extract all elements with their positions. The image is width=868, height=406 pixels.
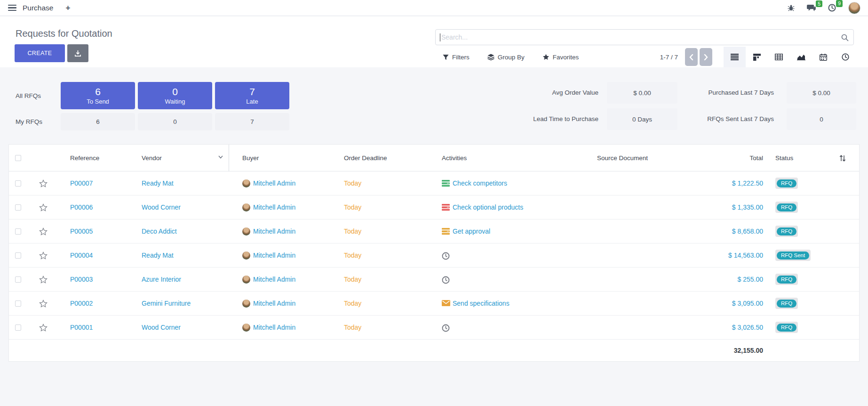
rfq-reference-link[interactable]: P00002 <box>53 300 124 307</box>
buyer-link[interactable]: Mitchell Admin <box>253 324 295 331</box>
list-view-icon <box>731 54 739 60</box>
rfq-reference-link[interactable]: P00004 <box>53 252 124 259</box>
activity-envelope-icon[interactable] <box>442 300 450 307</box>
column-header-source-document[interactable]: Source Document <box>577 154 690 162</box>
vendor-link[interactable]: Gemini Furniture <box>124 300 229 307</box>
column-header-vendor[interactable]: Vendor <box>124 145 229 171</box>
list-footer-row: 32,155.00 <box>9 340 859 361</box>
status-badge: RFQ <box>775 322 798 333</box>
rfq-reference-link[interactable]: P00007 <box>53 179 124 187</box>
select-all-checkbox[interactable] <box>15 155 21 161</box>
view-activity-button[interactable] <box>834 47 856 67</box>
activity-clock-icon[interactable] <box>442 276 450 283</box>
buyer-link[interactable]: Mitchell Admin <box>253 179 295 187</box>
view-pivot-button[interactable] <box>768 47 790 67</box>
favorites-button[interactable]: Favorites <box>542 54 579 61</box>
favorite-star-icon[interactable] <box>39 276 53 284</box>
create-button[interactable]: CREATE <box>15 44 65 62</box>
activity-list-yellow-icon[interactable] <box>442 228 450 235</box>
rfq-reference-link[interactable]: P00003 <box>53 276 124 283</box>
activity-label-link[interactable]: Check optional products <box>453 203 523 211</box>
rfq-filter-card[interactable]: 7 Late <box>215 82 289 109</box>
activity-label-link[interactable]: Send specifications <box>453 300 510 307</box>
favorite-star-icon[interactable] <box>39 203 53 211</box>
favorite-star-icon[interactable] <box>39 324 53 332</box>
table-row[interactable]: P00004 Ready Mat Mitchell Admin Today $ … <box>9 244 859 268</box>
search-input[interactable]: Search... <box>435 29 854 45</box>
row-checkbox[interactable] <box>15 325 21 331</box>
table-row[interactable]: P00001 Wood Corner Mitchell Admin Today … <box>9 316 859 340</box>
column-header-reference[interactable]: Reference <box>53 154 124 162</box>
search-icon[interactable] <box>841 34 849 41</box>
rfq-reference-link[interactable]: P00006 <box>53 203 124 211</box>
buyer-link[interactable]: Mitchell Admin <box>253 203 295 211</box>
my-rfq-filter-card[interactable]: 0 <box>138 113 212 130</box>
activity-clock-icon[interactable] <box>442 324 450 331</box>
rfq-reference-link[interactable]: P00005 <box>53 227 124 235</box>
pager-range: 1-7 / 7 <box>660 54 678 61</box>
row-checkbox[interactable] <box>15 252 21 259</box>
buyer-link[interactable]: Mitchell Admin <box>253 227 295 235</box>
messages-icon[interactable]: 5 <box>807 4 816 12</box>
vendor-link[interactable]: Azure Interior <box>124 276 229 283</box>
my-rfq-filter-card[interactable]: 7 <box>215 113 289 130</box>
table-row[interactable]: P00006 Wood Corner Mitchell Admin Today … <box>9 195 859 219</box>
buyer-link[interactable]: Mitchell Admin <box>253 252 295 259</box>
table-row[interactable]: P00002 Gemini Furniture Mitchell Admin T… <box>9 292 859 316</box>
table-row[interactable]: P00003 Azure Interior Mitchell Admin Tod… <box>9 268 859 292</box>
control-panel: Requests for Quotation CREATE Search... … <box>0 16 868 67</box>
favorite-star-icon[interactable] <box>39 300 53 308</box>
vendor-link[interactable]: Ready Mat <box>124 179 229 187</box>
apps-menu-icon[interactable] <box>8 3 16 13</box>
activity-clock-icon[interactable] <box>442 252 450 259</box>
rfq-filter-card[interactable]: 0 Waiting <box>138 82 212 109</box>
column-header-status[interactable]: Status <box>763 154 834 162</box>
activity-list-green-icon[interactable] <box>442 180 450 187</box>
vendor-link[interactable]: Deco Addict <box>124 227 229 235</box>
text-cursor <box>440 33 440 41</box>
view-calendar-button[interactable] <box>812 47 834 67</box>
sort-chevron-down-icon[interactable] <box>218 155 223 159</box>
view-kanban-button[interactable] <box>746 47 768 67</box>
list-header-row: Reference Vendor Buyer Order Deadline Ac… <box>9 145 859 171</box>
view-list-button[interactable] <box>724 47 746 67</box>
buyer-link[interactable]: Mitchell Admin <box>253 276 295 283</box>
debug-bug-icon[interactable] <box>788 4 795 11</box>
activity-label-link[interactable]: Get approval <box>453 227 490 235</box>
rfq-reference-link[interactable]: P00001 <box>53 324 124 331</box>
my-rfq-filter-card[interactable]: 6 <box>61 113 135 130</box>
activities-clock-icon[interactable]: 9 <box>828 4 836 12</box>
buyer-avatar <box>242 203 250 211</box>
vendor-link[interactable]: Ready Mat <box>124 252 229 259</box>
app-title[interactable]: Purchase <box>23 4 53 12</box>
new-tab-button[interactable]: + <box>65 3 70 13</box>
pager-next-button[interactable] <box>700 48 712 66</box>
view-graph-button[interactable] <box>790 47 812 67</box>
row-checkbox[interactable] <box>15 228 21 235</box>
column-header-order-deadline[interactable]: Order Deadline <box>331 154 430 162</box>
favorite-star-icon[interactable] <box>39 227 53 235</box>
vendor-link[interactable]: Wood Corner <box>124 203 229 211</box>
table-row[interactable]: P00005 Deco Addict Mitchell Admin Today … <box>9 219 859 244</box>
row-checkbox[interactable] <box>15 276 21 283</box>
optional-columns-icon[interactable] <box>839 155 846 162</box>
column-header-total[interactable]: Total <box>690 154 763 162</box>
column-header-activities[interactable]: Activities <box>430 154 577 162</box>
favorite-star-icon[interactable] <box>39 179 53 187</box>
filters-button[interactable]: Filters <box>443 54 470 61</box>
vendor-link[interactable]: Wood Corner <box>124 324 229 331</box>
row-checkbox[interactable] <box>15 300 21 307</box>
table-row[interactable]: P00007 Ready Mat Mitchell Admin Today Ch… <box>9 171 859 195</box>
export-download-button[interactable] <box>67 44 88 62</box>
buyer-link[interactable]: Mitchell Admin <box>253 300 295 307</box>
activity-list-red-icon[interactable] <box>442 204 450 211</box>
user-avatar[interactable] <box>848 2 860 14</box>
column-header-buyer[interactable]: Buyer <box>229 154 331 162</box>
row-checkbox[interactable] <box>15 180 21 187</box>
activity-label-link[interactable]: Check competitors <box>453 179 507 187</box>
group-by-button[interactable]: Group By <box>487 54 525 61</box>
pager-previous-button[interactable] <box>685 48 698 66</box>
rfq-filter-card[interactable]: 6 To Send <box>61 82 135 109</box>
row-checkbox[interactable] <box>15 204 21 211</box>
favorite-star-icon[interactable] <box>39 252 53 260</box>
